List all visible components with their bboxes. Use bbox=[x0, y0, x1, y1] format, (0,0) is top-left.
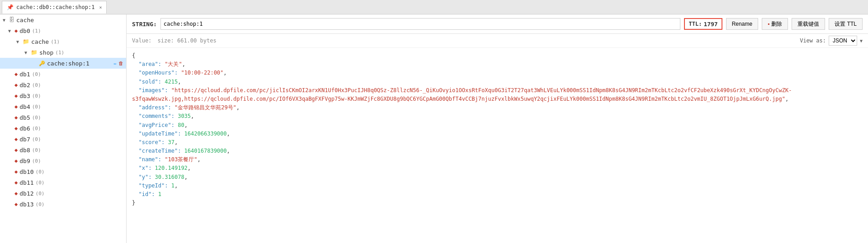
arrow-icon: ▼ bbox=[3, 18, 8, 23]
toolbar: STRING: TTL: 1797 Rename ▪ 删除 重载键值 设置 TT… bbox=[127, 14, 868, 34]
json-content: { "area": "大关", "openHours": "10:00-22:0… bbox=[127, 48, 868, 243]
sidebar-item-db1[interactable]: ◆ db1 (0) bbox=[0, 69, 126, 79]
sidebar-item-count: (0) bbox=[32, 147, 41, 153]
sidebar-item-count: (0) bbox=[36, 191, 45, 196]
sidebar-item-count: (0) bbox=[36, 201, 45, 207]
edit-row-button[interactable]: ✏ bbox=[113, 61, 117, 66]
sidebar-item-count: (0) bbox=[32, 126, 41, 131]
db-icon: ◆ bbox=[14, 114, 18, 121]
sidebar-item-label: db1 bbox=[19, 71, 30, 78]
sidebar-item-label: cache bbox=[31, 38, 49, 45]
delete-icon: ▪ bbox=[768, 21, 769, 27]
arrow-icon: ▼ bbox=[16, 39, 22, 44]
sidebar-item-db11[interactable]: ◆ db11 (0) bbox=[0, 177, 126, 188]
sidebar-item-label: db2 bbox=[19, 82, 30, 89]
reload-button[interactable]: 重载键值 bbox=[792, 18, 825, 30]
sidebar-item-label: db9 bbox=[19, 158, 30, 164]
sidebar-item-count: (0) bbox=[36, 180, 45, 186]
delete-button[interactable]: ▪ 删除 bbox=[762, 18, 788, 30]
sidebar-item-cache-shop-1[interactable]: 🔑 cache:shop:1✏🗑 bbox=[0, 58, 126, 69]
sidebar-item-db10[interactable]: ◆ db10 (0) bbox=[0, 166, 126, 177]
sidebar-item-cache-folder[interactable]: ▼📁 cache (1) bbox=[0, 36, 126, 47]
sidebar-item-count: (0) bbox=[32, 136, 41, 142]
ttl-value: 1797 bbox=[703, 21, 717, 28]
rename-button[interactable]: Rename bbox=[726, 18, 758, 30]
sidebar-item-label: cache:shop:1 bbox=[47, 60, 90, 67]
sidebar-item-label: db10 bbox=[19, 168, 33, 175]
db-icon: ◆ bbox=[14, 28, 18, 34]
delete-label: 删除 bbox=[771, 20, 782, 28]
sidebar-item-label: db8 bbox=[19, 147, 30, 154]
string-label: STRING: bbox=[132, 21, 157, 28]
sidebar-item-label: db6 bbox=[19, 125, 30, 132]
sidebar-item-db3[interactable]: ◆ db3 (0) bbox=[0, 90, 126, 101]
db-icon: ◆ bbox=[14, 125, 18, 131]
sidebar-item-db12[interactable]: ◆ db12 (0) bbox=[0, 188, 126, 199]
sidebar-item-db4[interactable]: ◆ db4 (0) bbox=[0, 101, 126, 112]
sidebar-item-count: (0) bbox=[32, 158, 41, 164]
db-icon: ◆ bbox=[14, 168, 18, 175]
folder-icon: 🗄 bbox=[9, 17, 14, 23]
row-actions: ✏🗑 bbox=[113, 61, 123, 66]
sidebar-item-db9[interactable]: ◆ db9 (0) bbox=[0, 155, 126, 166]
content-area: STRING: TTL: 1797 Rename ▪ 删除 重载键值 设置 TT… bbox=[127, 14, 868, 243]
delete-row-button[interactable]: 🗑 bbox=[118, 61, 123, 66]
sidebar-item-db8[interactable]: ◆ db8 (0) bbox=[0, 145, 126, 155]
ttl-label: TTL: bbox=[689, 21, 702, 27]
arrow-icon: ▼ bbox=[24, 50, 30, 55]
sidebar-item-label: db13 bbox=[19, 201, 33, 208]
tab-bar: 📌 cache::db0::cache:shop:1 × bbox=[0, 0, 868, 14]
sidebar-item-count: (0) bbox=[32, 104, 41, 110]
db-icon: ◆ bbox=[14, 158, 18, 164]
sidebar-item-label: db11 bbox=[19, 179, 33, 186]
value-label: Value: bbox=[132, 37, 151, 44]
sidebar-item-count: (0) bbox=[32, 82, 41, 88]
set-ttl-button[interactable]: 设置 TTL bbox=[829, 18, 863, 30]
sidebar-item-count: (0) bbox=[32, 93, 41, 99]
tab-pin-icon: 📌 bbox=[7, 4, 14, 10]
db-icon: ◆ bbox=[14, 93, 18, 99]
tab-cache-shop-1[interactable]: 📌 cache::db0::cache:shop:1 × bbox=[2, 1, 107, 14]
string-input[interactable] bbox=[160, 18, 681, 30]
sidebar: ▼🗄 cache▼◆ db0 (1)▼📁 cache (1)▼📁 shop (1… bbox=[0, 14, 127, 243]
sidebar-item-db6[interactable]: ◆ db6 (0) bbox=[0, 123, 126, 134]
value-row: Value: size: 661.00 bytes View as: JSON … bbox=[127, 34, 868, 48]
sidebar-item-label: db7 bbox=[19, 136, 30, 143]
folder-icon: 📁 bbox=[31, 49, 38, 56]
arrow-icon: ▼ bbox=[8, 28, 14, 33]
db-icon: ◆ bbox=[14, 147, 18, 153]
sidebar-item-label: db3 bbox=[19, 93, 30, 99]
view-as-row: View as: JSON Text Hex ▼ bbox=[800, 36, 863, 46]
db-icon: ◆ bbox=[14, 103, 18, 110]
sidebar-item-label: cache bbox=[16, 17, 34, 23]
sidebar-item-count: (1) bbox=[32, 28, 41, 34]
sidebar-item-count: (0) bbox=[32, 115, 41, 121]
sidebar-item-db0[interactable]: ▼◆ db0 (1) bbox=[0, 25, 126, 36]
view-as-select[interactable]: JSON Text Hex bbox=[829, 36, 857, 46]
sidebar-item-label: db5 bbox=[19, 114, 30, 121]
sidebar-item-label: db0 bbox=[19, 28, 30, 34]
tab-close-button[interactable]: × bbox=[99, 5, 102, 10]
sidebar-item-count: (1) bbox=[55, 50, 64, 56]
view-as-label: View as: bbox=[800, 37, 826, 44]
ttl-box: TTL: 1797 bbox=[684, 18, 722, 30]
sidebar-item-count: (0) bbox=[36, 169, 45, 175]
sidebar-item-shop-folder[interactable]: ▼📁 shop (1) bbox=[0, 47, 126, 58]
sidebar-item-label: shop bbox=[39, 49, 53, 56]
folder-icon: 📁 bbox=[23, 38, 29, 45]
dropdown-arrow-icon: ▼ bbox=[860, 38, 863, 43]
sidebar-item-count: (0) bbox=[32, 71, 41, 77]
sidebar-item-label: db4 bbox=[19, 103, 30, 110]
sidebar-item-db2[interactable]: ◆ db2 (0) bbox=[0, 79, 126, 90]
sidebar-item-label: db12 bbox=[19, 190, 33, 197]
sidebar-item-db7[interactable]: ◆ db7 (0) bbox=[0, 134, 126, 145]
sidebar-item-db13[interactable]: ◆ db13 (0) bbox=[0, 199, 126, 210]
main-layout: ▼🗄 cache▼◆ db0 (1)▼📁 cache (1)▼📁 shop (1… bbox=[0, 14, 868, 243]
sidebar-item-count: (1) bbox=[51, 39, 60, 45]
sidebar-item-db5[interactable]: ◆ db5 (0) bbox=[0, 112, 126, 123]
db-icon: ◆ bbox=[14, 136, 18, 142]
sidebar-item-cache-root[interactable]: ▼🗄 cache bbox=[0, 14, 126, 25]
db-icon: ◆ bbox=[14, 190, 18, 196]
db-icon: ◆ bbox=[14, 82, 18, 88]
db-icon: ◆ bbox=[14, 179, 18, 186]
